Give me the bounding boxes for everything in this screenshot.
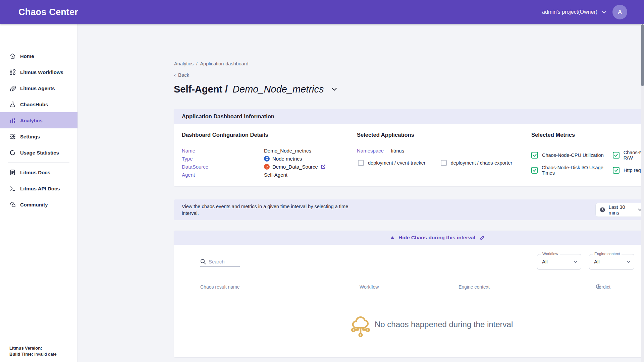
home-icon <box>9 53 16 59</box>
chevron-down-icon <box>627 260 631 263</box>
agent-name: Self-Agent / <box>174 84 228 95</box>
datasource-value: Demo_Data_Source <box>272 164 318 170</box>
edit-pencil-icon[interactable] <box>479 235 485 241</box>
breadcrumb-current[interactable]: Application-dashboard <box>200 61 248 66</box>
search-icon <box>200 259 206 264</box>
application-dashboard-information-card: Application Dashboard Information Dashbo… <box>174 109 644 186</box>
version-label: Litmus Version: <box>9 346 42 351</box>
interval-description: View the chaos events and metrics in a g… <box>182 203 350 217</box>
table-header: Chaos result name Workflow Engine contex… <box>174 284 644 292</box>
breadcrumb-separator: / <box>196 61 198 66</box>
column-chaos-result-name: Chaos result name <box>200 284 240 290</box>
datasource-label: DataSource <box>182 164 264 170</box>
flask-icon <box>9 101 16 108</box>
sliders-icon <box>9 133 16 140</box>
scrollbar-thumb[interactable] <box>641 24 644 86</box>
analytics-icon <box>9 117 16 124</box>
sidebar-item-litmus-agents[interactable]: Litmus Agents <box>0 80 77 96</box>
breadcrumb-analytics[interactable]: Analytics <box>174 61 194 66</box>
card-title: Application Dashboard Information <box>174 109 644 124</box>
namespace-label: Namespace <box>357 148 384 154</box>
build-label: Build Time: <box>9 352 33 357</box>
checkbox-checked-icon <box>531 152 538 159</box>
paperclip-icon <box>9 85 16 92</box>
column-engine-context: Engine context <box>459 284 490 290</box>
sidebar-item-usage-statistics[interactable]: Usage Statistics <box>0 144 77 161</box>
hide-chaos-toggle[interactable]: Hide Chaos during this interval <box>174 231 644 245</box>
search-input[interactable] <box>209 259 239 264</box>
cloud-network-icon <box>351 313 371 342</box>
metric-checkbox-disk-times[interactable]: Chaos-Node-Disk I/O Usage Times <box>531 165 613 176</box>
breadcrumb: Analytics / Application-dashboard <box>174 61 249 66</box>
sidebar-item-community[interactable]: Community <box>0 196 77 213</box>
interval-bar: View the chaos events and metrics in a g… <box>174 199 644 220</box>
workflows-icon <box>9 69 16 75</box>
checkbox-checked-icon <box>531 167 538 174</box>
applications-heading: Selected Applications <box>357 132 414 138</box>
name-value: Demo_Node_metrics <box>264 148 311 154</box>
metric-checkbox-disk-rw[interactable]: Chaos-Node-Disk I/O Usage R/W <box>613 150 644 161</box>
clock-icon <box>600 207 605 213</box>
scrollbar[interactable] <box>641 24 644 362</box>
terminal-icon <box>9 185 16 192</box>
type-value: Node metrics <box>272 156 302 162</box>
sidebar-footer: Litmus Version: Build Time: Invalid date <box>9 345 57 357</box>
metric-checkbox-cpu[interactable]: Chaos-Node-CPU Utilization <box>531 150 613 161</box>
sidebar-item-analytics[interactable]: Analytics <box>0 112 77 128</box>
namespace-value: litmus <box>391 148 404 154</box>
type-label: Type <box>182 156 264 162</box>
chat-bubbles-icon <box>9 201 16 208</box>
agent-value: Self-Agent <box>264 172 287 178</box>
checkbox-checked-icon <box>613 167 620 174</box>
usage-icon <box>9 149 16 156</box>
sidebar-item-chaoshubs[interactable]: ChaosHubs <box>0 96 77 112</box>
prometheus-icon <box>264 164 270 170</box>
chevron-down-icon <box>602 11 606 14</box>
sidebar-item-litmus-api-docs[interactable]: Litmus API Docs <box>0 180 77 196</box>
time-range-select[interactable]: Last 30 mins <box>595 203 644 217</box>
sidebar-item-litmus-workflows[interactable]: Litmus Workflows <box>0 64 77 80</box>
sidebar-item-home[interactable]: Home <box>0 48 77 64</box>
config-heading: Dashboard Configuration Details <box>182 132 268 138</box>
build-value: Invalid date <box>34 352 57 357</box>
document-icon <box>9 169 16 176</box>
node-metrics-icon <box>264 156 270 162</box>
collapse-triangle-icon <box>390 236 394 239</box>
title-chevron-down-icon[interactable] <box>331 87 337 91</box>
engine-context-filter[interactable]: Engine context All <box>589 254 634 269</box>
chaos-interval-card: Hide Chaos during this interval Workflow… <box>174 231 644 357</box>
app-header: Chaos Center admin's project(Owner) A <box>0 0 644 24</box>
column-workflow: Workflow <box>360 284 379 290</box>
chevron-left-icon: ‹ <box>174 72 176 78</box>
checkbox-unchecked-icon <box>358 160 364 166</box>
chevron-down-icon <box>574 260 578 263</box>
dashboard-name: Demo_Node_metrics <box>232 84 324 95</box>
empty-state-message: No chaos happened during the interval <box>375 320 513 329</box>
metric-checkbox-http[interactable]: Http requests <box>613 165 644 176</box>
sidebar-item-settings[interactable]: Settings <box>0 128 77 144</box>
app-checkbox-event-tracker[interactable]: deployment / event-tracker <box>358 160 426 166</box>
name-label: Name <box>182 148 264 154</box>
search-field <box>200 257 240 267</box>
config-details: NameDemo_Node_metrics Type Node metrics … <box>182 146 326 179</box>
sidebar-divider <box>8 163 69 163</box>
metrics-heading: Selected Metrics <box>531 132 575 138</box>
checkbox-checked-icon <box>613 152 620 159</box>
app-title: Chaos Center <box>18 7 78 17</box>
project-name: admin's project(Owner) <box>542 9 597 15</box>
sidebar: Home Litmus Workflows Litmus Agents Chao… <box>0 24 78 362</box>
external-link-icon[interactable] <box>321 164 326 169</box>
workflow-filter[interactable]: Workflow All <box>537 254 581 269</box>
checkbox-unchecked-icon <box>441 160 447 166</box>
sidebar-item-litmus-docs[interactable]: Litmus Docs <box>0 164 77 180</box>
main-content: Analytics / Application-dashboard ‹ Back… <box>78 24 644 362</box>
avatar[interactable]: A <box>612 5 627 19</box>
app-checkbox-chaos-exporter[interactable]: deployment / chaos-exporter <box>441 160 513 166</box>
page-title: Self-Agent / Demo_Node_metrics <box>174 82 337 97</box>
column-verdict: Verdict <box>596 284 610 290</box>
agent-label: Agent <box>182 172 264 178</box>
back-link[interactable]: ‹ Back <box>174 72 189 78</box>
project-selector[interactable]: admin's project(Owner) <box>542 9 606 15</box>
time-range-value: Last 30 mins <box>608 204 635 216</box>
